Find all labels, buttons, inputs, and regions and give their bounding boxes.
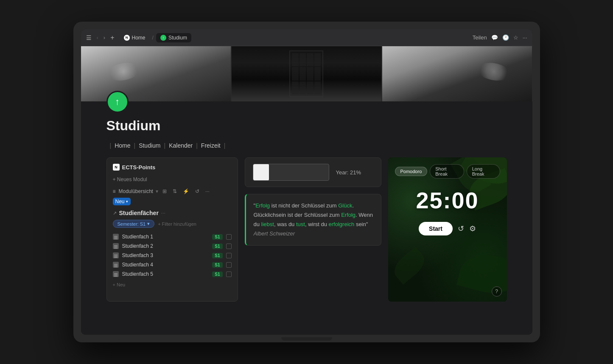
quote-author: Albert Schweizer [254,230,295,237]
s1-badge: S1 [212,244,222,249]
nav-studium[interactable]: Studium [139,142,160,149]
notion-icon: N [113,164,120,171]
pomodoro-timer: 25:00 [416,187,479,213]
more-toolbar-btn[interactable]: ··· [204,188,211,195]
bookmark-icon[interactable]: ☆ [513,34,518,41]
subject-item[interactable]: Studienfach 1 S1 [113,232,232,241]
more-menu-icon[interactable]: ··· [523,34,527,41]
pomodoro-panel: Pomodoro Short Break Long Break 25:00 St… [388,157,507,302]
subject-item[interactable]: Studienfach 4 S1 [113,260,232,269]
nav-sep-3: | [196,142,198,149]
subject-page-icon [113,234,119,240]
history-icon[interactable]: 🕐 [502,34,509,41]
share-button[interactable]: Teilen [473,34,487,41]
highlight-liebst: liebst [261,221,274,227]
view-dropdown-arrow[interactable]: ▾ [156,188,158,194]
add-tab-button[interactable]: + [110,34,114,42]
middle-panel: Year: 21% "Erfolg ist nicht der Schlüsse… [245,157,381,302]
subject-item[interactable]: Studienfach 3 S1 [113,251,232,260]
pomodoro-content: Pomodoro Short Break Long Break 25:00 St… [388,157,507,302]
subject-item[interactable]: Studienfach 2 S1 [113,241,232,251]
pomodoro-settings-button[interactable]: ⚙ [469,224,476,233]
progress-widget: Year: 21% [245,157,381,187]
studium-tab-icon: ↑ [160,35,166,41]
pomodoro-reset-button[interactable]: ↺ [458,224,464,233]
semester-filter[interactable]: Semester: S1 ▾ [113,220,155,228]
header-image [81,46,532,101]
pomodoro-tab-pomodoro[interactable]: Pomodoro [395,167,428,176]
filter-toolbar-btn[interactable]: ⊞ [161,188,168,195]
pomodoro-start-button[interactable]: Start [419,222,453,235]
subject-page-icon [113,252,119,258]
subject-list: Studienfach 1 S1 Studienfach 2 S1 Studie… [113,232,232,279]
subject-checkbox[interactable] [226,262,232,268]
tab-studium[interactable]: ↑ Studium [156,33,191,42]
tab-home[interactable]: N Home [120,33,150,42]
page-nav: | Home | Studium | Kalender | Freizeit | [81,142,532,149]
progress-bar-fill [253,164,269,180]
subject-checkbox[interactable] [226,244,232,249]
pomodoro-tabs: Pomodoro Short Break Long Break [395,164,500,179]
subject-checkbox[interactable] [226,253,232,258]
subject-page-icon [113,243,119,249]
filter-row: Semester: S1 ▾ + Filter hinzufügen [113,220,232,228]
highlight-gluck: Glück [338,202,352,209]
header-panel-center [232,46,381,101]
sort-toolbar-btn[interactable]: ⇅ [171,188,179,195]
subject-checkbox[interactable] [226,272,232,277]
back-button[interactable]: ‹ [95,34,100,42]
page-title-section: Studium [81,113,532,142]
subject-name: Studienfach 3 [122,252,209,258]
tab-studium-label: Studium [168,35,187,41]
new-btn-arrow: ▾ [126,199,128,204]
section-options-icon[interactable]: ··· [161,210,165,216]
expand-arrow-icon[interactable]: ↗ [113,210,117,216]
laptop-hinge [281,337,332,341]
menu-icon[interactable]: ☰ [86,34,92,41]
s1-badge: S1 [212,262,222,268]
pomodoro-controls: Start ↺ ⚙ [419,222,476,235]
module-view-label: ≡ Modulübersicht ▾ [113,188,158,194]
nav-freizeit[interactable]: Freizeit [201,142,221,149]
nav-kalender[interactable]: Kalender [169,142,193,149]
pomodoro-tab-long-break[interactable]: Long Break [467,164,500,179]
new-button[interactable]: Neu ▾ [113,198,131,205]
nav-sep-2: | [164,142,166,149]
chat-icon[interactable]: 💬 [491,34,498,41]
year-label: Year: 21% [336,169,361,176]
header-panel-right [382,46,532,101]
subject-page-icon [113,271,119,277]
s1-badge: S1 [212,253,222,258]
browser-nav: ‹ › [95,34,107,42]
page-avatar: ↑ [106,91,129,113]
progress-bar-container [253,164,329,181]
pomodoro-tab-short-break[interactable]: Short Break [430,164,464,179]
section-title: Studienfächer [119,210,159,216]
forward-button[interactable]: › [102,34,107,42]
highlight-erfolg-2: Erfolg [341,212,355,218]
subject-item[interactable]: Studienfach 5 S1 [113,269,232,279]
tab-separator: / [152,35,154,41]
nav-home[interactable]: Home [115,142,130,149]
semester-dropdown-icon: ▾ [147,221,150,227]
nav-sep-0: | [110,142,112,149]
avatar-circle: ↑ [106,91,129,113]
new-module-button[interactable]: + Neues Modul [113,175,147,184]
subject-checkbox[interactable] [226,234,232,240]
highlight-erfolg-1: Erfolg [255,202,270,209]
add-filter-button[interactable]: + Filter hinzufügen [158,221,196,227]
lightning-toolbar-btn[interactable]: ⚡ [181,188,191,195]
ects-panel: N ECTS-Points + Neues Modul ≡ Modulübers… [106,157,238,302]
laptop-screen: ☰ ‹ › + N Home / ↑ Studium Teilen 💬 [81,29,532,335]
notion-tab-icon: N [124,35,130,41]
subject-page-icon [113,262,119,268]
refresh-toolbar-btn[interactable]: ↺ [193,188,201,195]
highlight-erfolgreich: erfolgreich [329,221,355,227]
main-content: N ECTS-Points + Neues Modul ≡ Modulübers… [81,157,532,302]
browser-bar: ☰ ‹ › + N Home / ↑ Studium Teilen 💬 [81,29,532,46]
subject-name: Studienfach 1 [122,234,209,240]
page-title: Studium [106,118,507,134]
add-new-row[interactable]: + Neu [113,280,232,289]
laptop-bottom [81,335,532,342]
list-icon: ≡ [113,188,116,194]
